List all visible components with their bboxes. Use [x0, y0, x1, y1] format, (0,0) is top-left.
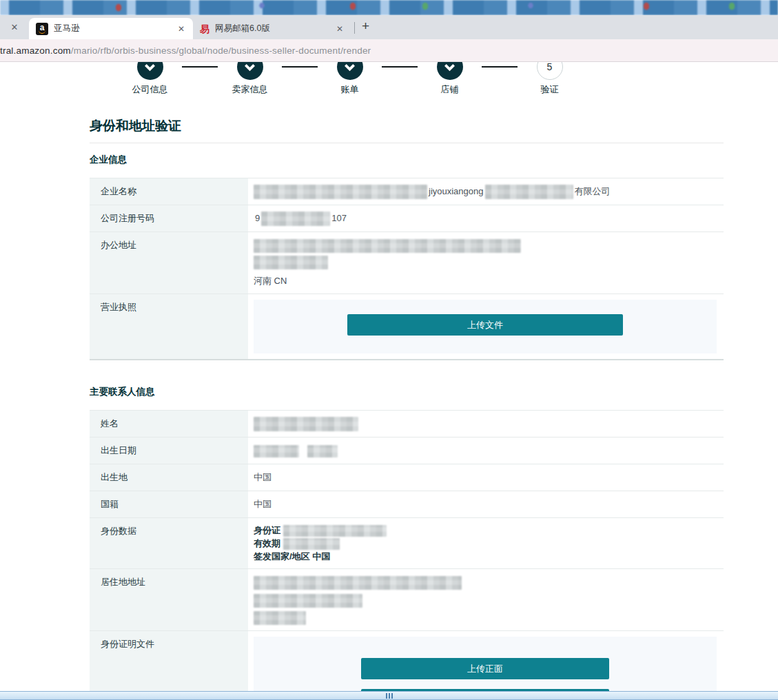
- stepper-step-verification[interactable]: 5 验证: [500, 62, 600, 96]
- netease-mail-icon: 易: [200, 24, 209, 34]
- value-fragment: 有限公司: [575, 186, 611, 196]
- row-label: 企业名称: [90, 178, 248, 205]
- table-row-registration-number: 公司注册号码 9107: [90, 205, 724, 231]
- redacted-text: [254, 185, 427, 199]
- row-value: 中国: [248, 491, 724, 517]
- redacted-text: [254, 445, 299, 457]
- row-label: 出生地: [90, 464, 248, 491]
- title-divider: [90, 143, 724, 143]
- step-label: 账单: [341, 83, 359, 96]
- close-icon[interactable]: ✕: [175, 23, 187, 35]
- section-heading-company: 企业信息: [90, 154, 778, 166]
- row-label: 出生日期: [90, 438, 248, 464]
- amazon-favicon-icon: a: [36, 23, 48, 35]
- value-fragment: 身份证: [254, 525, 280, 535]
- tab-separator: [354, 22, 355, 34]
- bottom-toolbar: [0, 691, 778, 700]
- redacted-text: [283, 538, 340, 550]
- check-icon: [237, 62, 263, 80]
- grip-handle-icon[interactable]: [386, 693, 393, 699]
- company-info-table: 企业名称 jiyouxiangong有限公司 公司注册号码 9107 办公地址 …: [90, 178, 724, 360]
- close-icon[interactable]: ✕: [334, 23, 346, 35]
- address-bar[interactable]: tral.amazon.com/mario/rfb/orbis-business…: [0, 39, 778, 62]
- url-path: /mario/rfb/orbis-business/global/node/bu…: [71, 45, 371, 56]
- row-value: 9107: [248, 205, 724, 231]
- check-icon: [137, 62, 163, 80]
- url-domain: tral.amazon.com: [0, 45, 71, 56]
- value-fragment: 签发国家/地区 中国: [254, 550, 717, 563]
- step-number: 5: [537, 62, 563, 80]
- page-title: 身份和地址验证: [90, 117, 778, 135]
- row-label: 办公地址: [90, 232, 248, 294]
- value-fragment: 107: [331, 213, 347, 223]
- redacted-text: [254, 417, 358, 431]
- row-value: jiyouxiangong有限公司: [248, 178, 724, 205]
- row-value: [248, 569, 724, 630]
- primary-contact-table: 姓名 出生日期 出生地 中国 国籍 中国 身份数据 身份证: [90, 410, 724, 691]
- check-icon: [437, 62, 463, 80]
- row-label: 公司注册号码: [90, 205, 248, 231]
- new-tab-button[interactable]: +: [358, 19, 376, 39]
- row-label: 国籍: [90, 491, 248, 517]
- tab-title: 亚马逊: [54, 23, 175, 34]
- table-row-company-name: 企业名称 jiyouxiangong有限公司: [90, 178, 724, 205]
- check-icon: [337, 62, 363, 80]
- row-value: 上传文件: [248, 294, 724, 359]
- table-row-date-of-birth: 出生日期: [90, 437, 724, 464]
- redacted-text: [283, 525, 387, 537]
- desktop-background-strip: [0, 0, 778, 15]
- tab-netease-mail[interactable]: 易 网易邮箱6.0版 ✕: [193, 18, 351, 39]
- redacted-text: [307, 445, 338, 457]
- tab-amazon[interactable]: a 亚马逊 ✕: [29, 18, 193, 39]
- upload-panel: 上传正面 上传背面: [254, 637, 717, 691]
- row-value: [248, 411, 724, 437]
- redacted-text: [485, 185, 573, 199]
- value-fragment: 有效期: [254, 538, 280, 548]
- step-label: 验证: [541, 83, 559, 96]
- row-label: 身份证明文件: [90, 631, 248, 691]
- table-row-business-license: 营业执照 上传文件: [90, 294, 724, 359]
- progress-stepper: 公司信息 卖家信息 账单 店铺: [100, 62, 610, 98]
- table-row-name: 姓名: [90, 410, 724, 437]
- row-label: 营业执照: [90, 294, 248, 359]
- table-row-residential-address: 居住地地址: [90, 568, 724, 630]
- value-fragment: 9: [255, 213, 260, 223]
- row-label: 居住地地址: [90, 569, 248, 630]
- redacted-text: [261, 212, 330, 226]
- upload-panel: 上传文件: [254, 300, 717, 353]
- upload-front-button[interactable]: 上传正面: [361, 658, 609, 679]
- close-icon[interactable]: ✕: [0, 22, 29, 39]
- row-label: 身份数据: [90, 518, 248, 568]
- row-value: 上传正面 上传背面: [248, 631, 724, 691]
- browser-tab-bar: ✕ a 亚马逊 ✕ 易 网易邮箱6.0版 ✕ +: [0, 15, 778, 39]
- redacted-text: [254, 594, 362, 608]
- upload-file-button[interactable]: 上传文件: [347, 314, 623, 336]
- row-value: [248, 438, 724, 464]
- table-row-identity-data: 身份数据 身份证 有效期 签发国家/地区 中国: [90, 517, 724, 568]
- redacted-text: [254, 239, 521, 253]
- redacted-text: [254, 576, 462, 590]
- row-label: 姓名: [90, 411, 248, 437]
- section-heading-primary-contact: 主要联系人信息: [90, 386, 778, 398]
- step-label: 卖家信息: [232, 83, 268, 96]
- step-label: 店铺: [441, 83, 459, 96]
- tab-title: 网易邮箱6.0版: [215, 23, 334, 34]
- table-row-identity-documents: 身份证明文件 上传正面 上传背面: [90, 630, 724, 691]
- page-content: 公司信息 卖家信息 账单 店铺: [0, 62, 778, 691]
- value-fragment: jiyouxiangong: [429, 186, 484, 196]
- row-value: 河南 CN: [248, 232, 724, 294]
- row-value: 中国: [248, 464, 724, 491]
- table-row-office-address: 办公地址 河南 CN: [90, 231, 724, 294]
- redacted-text: [254, 256, 328, 269]
- value-fragment: 河南 CN: [254, 274, 717, 288]
- redacted-text: [254, 611, 306, 625]
- table-row-birthplace: 出生地 中国: [90, 464, 724, 491]
- table-row-nationality: 国籍 中国: [90, 491, 724, 517]
- step-label: 公司信息: [132, 83, 168, 96]
- row-value: 身份证 有效期 签发国家/地区 中国: [248, 518, 724, 568]
